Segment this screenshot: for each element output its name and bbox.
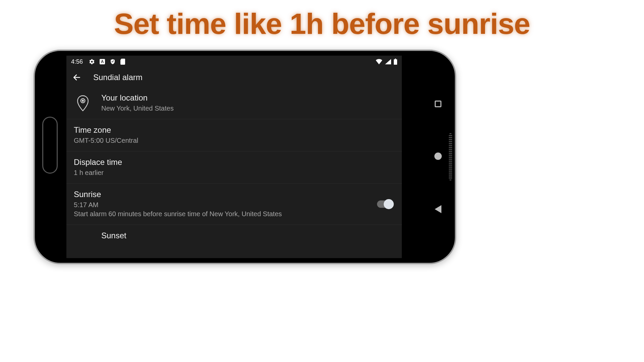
displace-title: Displace time: [74, 158, 394, 167]
sunrise-desc: Start alarm 60 minutes before sunrise ti…: [74, 209, 368, 219]
status-bar: 4:56 A: [66, 56, 402, 68]
toggle-knob: [384, 199, 394, 209]
sunrise-row[interactable]: Sunrise 5:17 AM Start alarm 60 minutes b…: [66, 184, 402, 225]
timezone-row[interactable]: Time zone GMT-5:00 US/Central: [66, 119, 402, 152]
location-pin-icon: [77, 95, 89, 111]
location-value: New York, United States: [101, 104, 394, 113]
sunrise-title: Sunrise: [74, 190, 368, 199]
location-row[interactable]: Your location New York, United States: [66, 87, 402, 119]
svg-point-6: [82, 100, 84, 101]
badge-a-icon: A: [100, 59, 105, 64]
location-title: Your location: [101, 93, 394, 103]
shield-icon: [110, 59, 116, 65]
speaker-grill: [449, 133, 452, 180]
page-headline: Set time like 1h before sunrise: [0, 7, 644, 41]
nav-home-button[interactable]: [434, 153, 442, 160]
sunset-row[interactable]: Sunset: [66, 225, 402, 242]
svg-rect-3: [395, 59, 396, 59]
battery-icon: [394, 59, 397, 65]
timezone-value: GMT-5:00 US/Central: [74, 136, 394, 145]
nav-back-button[interactable]: [435, 205, 441, 213]
nav-recent-button[interactable]: [435, 101, 441, 107]
sunset-title: Sunset: [101, 231, 394, 240]
settings-list: Your location New York, United States Ti…: [66, 87, 402, 242]
displace-row[interactable]: Displace time 1 h earlier: [66, 152, 402, 184]
back-arrow-icon[interactable]: [72, 73, 81, 82]
svg-rect-2: [394, 59, 397, 65]
page-title: Sundial alarm: [93, 73, 143, 82]
sunrise-toggle[interactable]: [377, 200, 392, 208]
gear-icon: [89, 59, 95, 65]
sd-card-icon: [120, 59, 125, 65]
displace-value: 1 h earlier: [74, 168, 394, 177]
signal-icon: [385, 59, 391, 64]
wifi-icon: [376, 59, 382, 64]
nav-bar: [431, 51, 445, 263]
home-button[interactable]: [42, 117, 58, 174]
status-time: 4:56: [71, 58, 83, 65]
svg-text:A: A: [101, 59, 104, 64]
sunrise-time: 5:17 AM: [74, 200, 368, 209]
screen: 4:56 A: [66, 56, 402, 258]
app-bar: Sundial alarm: [66, 68, 402, 87]
timezone-title: Time zone: [74, 125, 394, 135]
device-frame: 4:56 A: [34, 50, 456, 264]
